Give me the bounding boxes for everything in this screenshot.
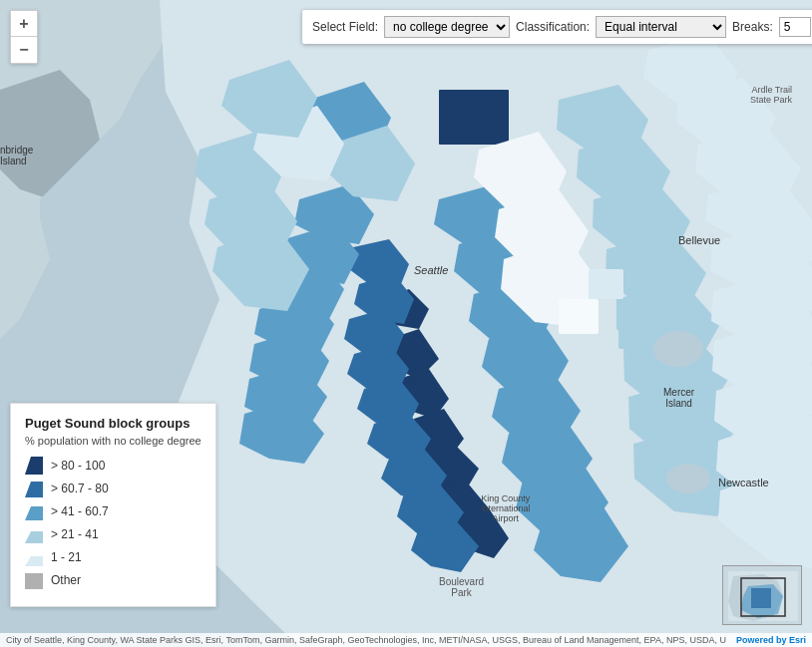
svg-point-70: [653, 331, 703, 367]
breaks-input[interactable]: [779, 17, 811, 37]
legend-swatch-4: [25, 548, 43, 566]
minimap-svg: [723, 566, 802, 625]
legend-item-0: > 80 - 100: [25, 457, 202, 475]
legend-swatch-5: [25, 571, 43, 589]
attribution-left: City of Seattle, King County, WA State P…: [6, 635, 726, 645]
svg-rect-6: [439, 90, 509, 145]
legend-swatch-0: [25, 457, 43, 475]
svg-rect-76: [25, 573, 43, 589]
svg-marker-71: [25, 457, 43, 475]
legend-title: Puget Sound block groups: [25, 416, 202, 431]
svg-marker-74: [25, 531, 43, 543]
legend-item-1: > 60.7 - 80: [25, 480, 202, 497]
svg-rect-81: [751, 588, 771, 608]
svg-marker-73: [25, 506, 43, 520]
legend-label-1: > 60.7 - 80: [51, 482, 109, 495]
legend-swatch-2: [25, 502, 43, 520]
legend-swatch-3: [25, 525, 43, 543]
minimap: [722, 565, 802, 625]
zoom-in-button[interactable]: +: [11, 11, 37, 37]
legend-label-2: > 41 - 60.7: [51, 504, 109, 518]
classification-dropdown[interactable]: Equal interval Natural breaks Quantile S…: [596, 16, 726, 38]
legend-label-0: > 80 - 100: [51, 459, 105, 473]
svg-rect-67: [589, 269, 623, 299]
attribution-right: Powered by Esri: [736, 635, 806, 645]
zoom-out-button[interactable]: −: [11, 37, 37, 63]
legend-item-4: 1 - 21: [25, 548, 202, 566]
select-field-dropdown[interactable]: no college degree college degree median …: [384, 16, 510, 38]
breaks-label: Breaks:: [732, 20, 773, 34]
legend-item-2: > 41 - 60.7: [25, 502, 202, 520]
zoom-controls: + −: [10, 10, 38, 64]
legend-swatch-1: [25, 480, 43, 497]
controls-bar: Select Field: no college degree college …: [302, 10, 812, 44]
select-field-label: Select Field:: [312, 20, 378, 34]
map-container: Seattle Bellevue MercerIsland Newcastle …: [0, 0, 812, 647]
legend: Puget Sound block groups % population wi…: [10, 403, 216, 607]
legend-item-3: > 21 - 41: [25, 525, 202, 543]
svg-marker-72: [25, 482, 43, 497]
svg-point-69: [666, 464, 710, 493]
legend-subtitle: % population with no college degree: [25, 435, 202, 447]
classification-label: Classification:: [516, 20, 590, 34]
legend-item-5: Other: [25, 571, 202, 589]
legend-label-3: > 21 - 41: [51, 527, 99, 541]
legend-label-4: 1 - 21: [51, 550, 82, 564]
legend-label-5: Other: [51, 573, 81, 587]
svg-marker-75: [25, 556, 43, 566]
attribution-bar: City of Seattle, King County, WA State P…: [0, 633, 812, 647]
svg-rect-66: [559, 299, 599, 334]
